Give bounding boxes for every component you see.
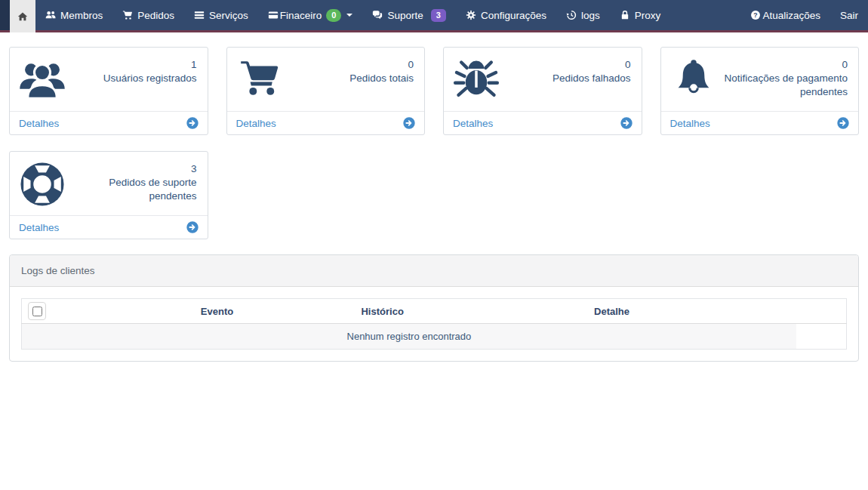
svg-text:?: ?: [754, 11, 758, 19]
nav-membros[interactable]: Membros: [35, 0, 112, 30]
question-circle-icon: ?: [750, 10, 761, 20]
nav-pedidos[interactable]: Pedidos: [112, 0, 184, 30]
select-all-checkbox[interactable]: [32, 307, 42, 316]
nav-proxy[interactable]: Proxy: [610, 0, 671, 30]
top-navbar: Membros Pedidos Serviços Finaceiro 0 Sup…: [0, 0, 868, 32]
life-ring-icon: [19, 161, 66, 208]
card-usuarios-registrados: 1 Usuários registrados Detalhes: [9, 47, 208, 135]
nav-atualizacoes[interactable]: ? Atualizações: [740, 0, 830, 30]
empty-table-message: Nenhum registro encontrado: [22, 324, 796, 350]
stats-row-1: 1 Usuários registrados Detalhes 0: [0, 47, 868, 135]
gear-icon: [466, 10, 476, 20]
stat-value: 0: [719, 58, 848, 72]
stat-value: 0: [349, 58, 414, 72]
nav-label: Sair: [840, 10, 858, 21]
suporte-badge: 3: [431, 9, 446, 22]
logs-panel: Logs de clientes Evento Histórico Detalh…: [9, 254, 859, 362]
column-header-evento: Evento: [97, 299, 337, 324]
stats-row-2: 3 Pedidos de suporte pendentes Detalhes: [0, 151, 868, 239]
finaceiro-badge: 0: [326, 9, 341, 22]
details-link[interactable]: Detalhes: [19, 222, 59, 233]
details-link[interactable]: Detalhes: [670, 118, 710, 129]
details-link[interactable]: Detalhes: [453, 118, 493, 129]
nav-label: Proxy: [635, 10, 661, 21]
nav-servicos[interactable]: Serviços: [184, 0, 258, 30]
home-icon: [17, 11, 28, 22]
table-row: Nenhum registro encontrado: [22, 324, 847, 350]
details-link[interactable]: Detalhes: [19, 118, 59, 129]
stat-label: Pedidos falhados: [553, 72, 631, 85]
history-icon: [566, 10, 577, 20]
nav-suporte[interactable]: Suporte 3: [362, 0, 455, 30]
users-icon: [45, 10, 56, 20]
logs-table: Evento Histórico Detalhe Nenhum registro…: [21, 298, 847, 350]
card-pedidos-suporte: 3 Pedidos de suporte pendentes Detalhes: [9, 151, 208, 239]
column-header-detalhe: Detalhe: [427, 299, 796, 324]
card-pedidos-falhados: 0 Pedidos falhados Detalhes: [443, 47, 642, 135]
nav-label: Pedidos: [137, 10, 174, 21]
cart-icon: [122, 10, 133, 20]
nav-configuracoes[interactable]: Configurações: [456, 0, 556, 30]
shopping-cart-icon: [236, 57, 283, 103]
nav-sair[interactable]: Sair: [830, 0, 868, 30]
stat-label: Pedidos totais: [349, 72, 414, 85]
panel-title: Logs de clientes: [10, 255, 858, 287]
lock-icon: [620, 10, 630, 20]
card-notificacoes-pagamento: 0 Notificações de pagamento pendentes De…: [660, 47, 860, 135]
bug-icon: [453, 57, 500, 103]
nav-label: logs: [581, 10, 600, 21]
nav-label: Atualizações: [762, 10, 820, 21]
arrow-circle-right-icon[interactable]: [620, 117, 633, 129]
nav-home[interactable]: [10, 0, 35, 32]
nav-logs[interactable]: logs: [556, 0, 610, 30]
list-icon: [194, 10, 205, 20]
nav-label: Suporte: [387, 10, 423, 21]
table-header-row: Evento Histórico Detalhe: [22, 299, 847, 324]
stat-value: 1: [103, 58, 197, 72]
comments-icon: [372, 10, 383, 20]
arrow-circle-right-icon[interactable]: [837, 117, 849, 129]
column-header-historico: Histórico: [337, 299, 427, 324]
card-pedidos-totais: 0 Pedidos totais Detalhes: [226, 47, 426, 135]
arrow-circle-right-icon[interactable]: [403, 117, 415, 129]
arrow-circle-right-icon[interactable]: [186, 221, 199, 233]
stat-value: 0: [553, 58, 631, 72]
nav-label: Finaceiro: [280, 10, 322, 21]
chevron-down-icon: [346, 14, 352, 17]
nav-label: Configurações: [481, 10, 546, 21]
select-all-checkbox-frame: [28, 302, 46, 320]
nav-label: Serviços: [209, 10, 248, 21]
bell-icon: [670, 57, 717, 103]
stat-value: 3: [69, 162, 197, 176]
credit-card-icon: [268, 10, 279, 20]
arrow-circle-right-icon[interactable]: [186, 117, 199, 129]
stat-label: Pedidos de suporte pendentes: [69, 176, 197, 203]
nav-label: Membros: [60, 10, 103, 21]
brand-strip: [0, 0, 10, 30]
users-icon: [19, 57, 66, 103]
stat-label: Usuários registrados: [103, 72, 197, 85]
details-link[interactable]: Detalhes: [236, 118, 276, 129]
stat-label: Notificações de pagamento pendentes: [719, 72, 848, 99]
nav-finaceiro[interactable]: Finaceiro 0: [258, 0, 363, 30]
